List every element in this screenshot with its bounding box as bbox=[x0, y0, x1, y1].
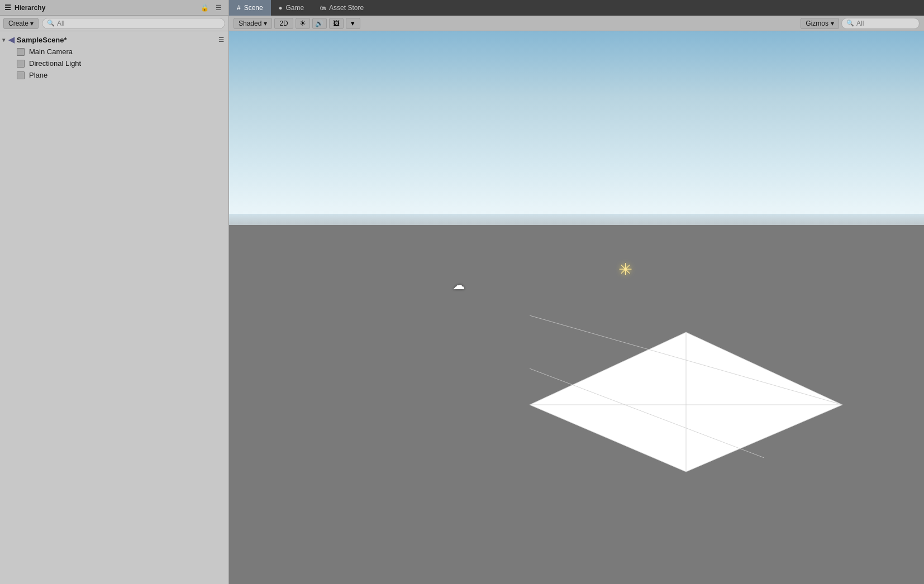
plane-svg bbox=[530, 315, 842, 483]
image-toolbar-btn[interactable]: 🖼 bbox=[329, 18, 344, 29]
scene-viewport[interactable]: ☁ ✳ bbox=[229, 31, 924, 584]
plane-object-icon bbox=[17, 71, 25, 79]
camera-object-icon bbox=[17, 48, 25, 56]
hierarchy-search-input[interactable] bbox=[57, 20, 220, 27]
gizmos-dropdown[interactable]: Gizmos ▾ bbox=[801, 18, 839, 29]
white-plane-object bbox=[530, 315, 842, 485]
lock-icon[interactable]: 🔒 bbox=[198, 3, 211, 13]
scene-tabs: # Scene ● Game 🛍 Asset Store bbox=[229, 0, 924, 16]
shading-dropdown[interactable]: Shaded ▾ bbox=[234, 18, 272, 29]
hierarchy-title: ☰ Hierarchy bbox=[4, 3, 45, 12]
light-toolbar-btn[interactable]: ☀ bbox=[296, 18, 310, 29]
shading-label: Shaded bbox=[239, 20, 261, 27]
audio-toolbar-btn[interactable]: 🔊 bbox=[312, 18, 327, 29]
hierarchy-menu-icon[interactable]: ☰ bbox=[213, 3, 224, 13]
sun-toolbar-icon: ☀ bbox=[299, 19, 306, 27]
asset-store-tab-label: Asset Store bbox=[329, 4, 364, 12]
menu-icon: ☰ bbox=[4, 3, 11, 12]
audio-icon: 🔊 bbox=[315, 20, 323, 27]
scene-search-box[interactable]: 🔍 bbox=[841, 18, 920, 29]
image-icon: 🖼 bbox=[333, 20, 340, 27]
hierarchy-item-directional-light[interactable]: Directional Light bbox=[0, 58, 228, 69]
directional-light-label: Directional Light bbox=[29, 59, 81, 68]
tab-scene[interactable]: # Scene bbox=[229, 0, 271, 16]
gizmos-label: Gizmos bbox=[806, 20, 828, 27]
scene-root-item[interactable]: ▾ ◀ SampleScene* ☰ bbox=[0, 33, 228, 46]
main-camera-label: Main Camera bbox=[29, 47, 73, 56]
search-icon: 🔍 bbox=[47, 20, 55, 27]
light-object-icon bbox=[17, 60, 25, 68]
scene-tab-label: Scene bbox=[244, 4, 263, 12]
scene-expand-arrow: ▾ bbox=[2, 37, 5, 43]
create-arrow-icon: ▾ bbox=[30, 20, 34, 27]
hierarchy-panel: ☰ Hierarchy 🔒 ☰ Create ▾ 🔍 ▾ ◀ bbox=[0, 0, 229, 584]
plane-label: Plane bbox=[29, 71, 47, 79]
shading-arrow-icon: ▾ bbox=[264, 20, 267, 27]
scene-icon: ◀ bbox=[8, 35, 15, 44]
hierarchy-label: Hierarchy bbox=[15, 4, 45, 12]
create-button[interactable]: Create ▾ bbox=[3, 18, 39, 29]
hierarchy-toolbar: Create ▾ 🔍 bbox=[0, 16, 228, 31]
hierarchy-header: ☰ Hierarchy 🔒 ☰ bbox=[0, 0, 228, 16]
sun-gizmo: ✳ bbox=[618, 259, 632, 279]
camera-gizmo: ☁ bbox=[453, 278, 465, 293]
scene-toolbar-left: Shaded ▾ 2D ☀ 🔊 🖼 ▾ bbox=[234, 18, 360, 29]
more-arrow-icon: ▾ bbox=[351, 19, 355, 27]
2d-button[interactable]: 2D bbox=[274, 18, 293, 29]
tab-asset-store[interactable]: 🛍 Asset Store bbox=[312, 0, 371, 16]
scene-toolbar-right: Gizmos ▾ 🔍 bbox=[801, 18, 920, 29]
scene-panel: # Scene ● Game 🛍 Asset Store Shaded ▾ 2D bbox=[229, 0, 924, 584]
game-tab-icon: ● bbox=[279, 4, 283, 11]
asset-store-tab-icon: 🛍 bbox=[320, 4, 326, 11]
game-tab-label: Game bbox=[285, 4, 304, 12]
hierarchy-item-plane[interactable]: Plane bbox=[0, 69, 228, 81]
hierarchy-content: ▾ ◀ SampleScene* ☰ Main Camera Direction… bbox=[0, 31, 228, 584]
scene-search-icon: 🔍 bbox=[846, 20, 854, 27]
hierarchy-controls: 🔒 ☰ bbox=[198, 3, 224, 13]
scene-menu-icon[interactable]: ☰ bbox=[218, 36, 224, 44]
hierarchy-search-box[interactable]: 🔍 bbox=[42, 18, 225, 29]
scene-tab-icon: # bbox=[237, 4, 241, 12]
gizmos-arrow-icon: ▾ bbox=[831, 20, 834, 27]
scene-search-input[interactable] bbox=[856, 20, 924, 27]
tab-game[interactable]: ● Game bbox=[271, 0, 312, 16]
hierarchy-item-main-camera[interactable]: Main Camera bbox=[0, 46, 228, 58]
2d-label: 2D bbox=[279, 20, 288, 27]
scene-name: SampleScene* bbox=[17, 36, 67, 44]
create-label: Create bbox=[8, 20, 28, 27]
scene-toolbar: Shaded ▾ 2D ☀ 🔊 🖼 ▾ bbox=[229, 16, 924, 31]
more-toolbar-btn[interactable]: ▾ bbox=[346, 18, 360, 29]
